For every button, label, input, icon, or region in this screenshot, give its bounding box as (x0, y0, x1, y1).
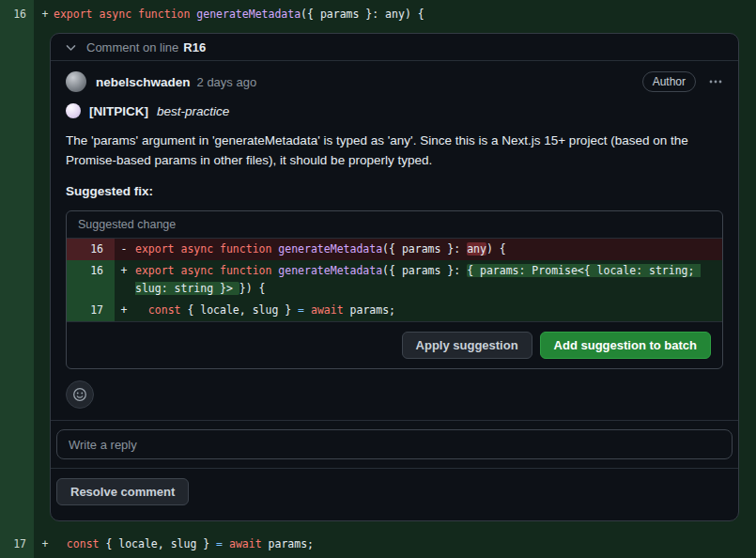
reply-section (51, 420, 738, 468)
suggestion-added-code: const { locale, slug } = await params; (133, 300, 722, 321)
suggestion-deletion-row: 16 - export async function generateMetad… (67, 239, 722, 260)
timestamp: 2 days ago (197, 75, 257, 89)
comment-text: The 'params' argument in 'generateMetada… (66, 131, 723, 170)
add-suggestion-to-batch-button[interactable]: Add suggestion to batch (540, 332, 711, 359)
author-badge: Author (642, 71, 696, 92)
reaction-row (66, 380, 723, 420)
pale-sphere-emoji-icon (66, 103, 81, 118)
comment-on-line-label: Comment on line (86, 40, 178, 54)
suggestion-box: Suggested change 16 - export async funct… (66, 210, 723, 369)
diff-addition-marker: + (39, 537, 52, 550)
review-comment-card: Comment on line R16 nebelschwaden 2 days… (50, 33, 739, 521)
diff-line-16: 16 + export async function generateMetad… (0, 0, 756, 28)
line-number-16[interactable]: 16 (0, 8, 34, 21)
suggested-change-title: Suggested change (67, 211, 722, 239)
suggestion-addition-row: 17 + const { locale, slug } = await para… (67, 300, 722, 321)
line-number-gutter (0, 0, 34, 558)
avatar[interactable] (66, 71, 86, 92)
addition-marker: + (115, 260, 133, 300)
add-reaction-button[interactable] (66, 380, 94, 409)
deletion-marker: - (115, 239, 133, 260)
comment-body: nebelschwaden 2 days ago Author [NITPICK… (51, 61, 738, 420)
kebab-menu-icon[interactable] (708, 74, 723, 89)
suggestion-deleted-code: export async function generateMetadata({… (133, 239, 722, 260)
reply-input[interactable] (56, 429, 733, 459)
username[interactable]: nebelschwaden (96, 75, 191, 89)
diff-line-17: 17 + const { locale, slug } = await para… (0, 530, 756, 558)
chevron-down-icon[interactable] (65, 41, 77, 54)
suggestion-actions: Apply suggestion Add suggestion to batch (67, 321, 722, 368)
smiley-icon (72, 387, 87, 402)
line-reference: R16 (183, 40, 206, 54)
author-row: nebelschwaden 2 days ago Author (66, 71, 723, 92)
resolve-section: Resolve comment (51, 468, 738, 515)
suggestion-addition-row: 16 + export async function generateMetad… (67, 260, 722, 300)
comment-thread-header: Comment on line R16 (51, 34, 738, 61)
suggestion-line-number: 16 (67, 239, 115, 260)
suggestion-line-number: 17 (67, 300, 115, 321)
line-number-17[interactable]: 17 (0, 537, 34, 550)
nitpick-row: [NITPICK] best-practice (66, 103, 723, 118)
resolve-comment-button[interactable]: Resolve comment (56, 478, 189, 505)
suggestion-line-number: 16 (67, 260, 115, 300)
suggested-fix-label: Suggested fix: (66, 184, 723, 198)
nitpick-category: best-practice (157, 104, 229, 118)
suggestion-added-code: export async function generateMetadata({… (133, 260, 722, 300)
code-line-17: const { locale, slug } = await params; (54, 537, 314, 550)
addition-marker: + (115, 300, 133, 321)
diff-addition-marker: + (39, 8, 52, 21)
apply-suggestion-button[interactable]: Apply suggestion (402, 332, 532, 359)
nitpick-tag: [NITPICK] (89, 104, 148, 118)
code-line-16: export async function generateMetadata({… (54, 8, 424, 21)
